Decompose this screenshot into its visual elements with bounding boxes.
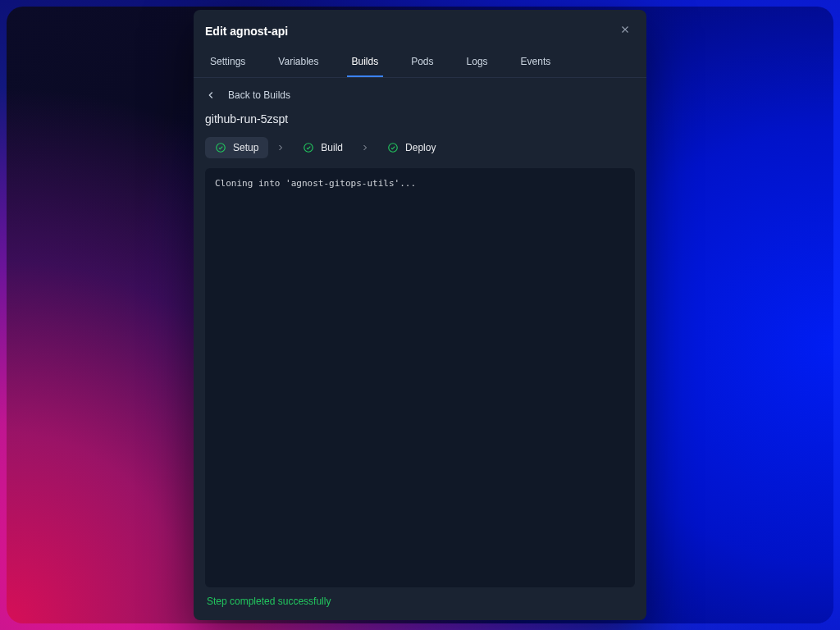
back-to-builds[interactable]: Back to Builds (205, 89, 635, 101)
arrow-left-icon (205, 89, 217, 101)
panel-title: Edit agnost-api (205, 25, 288, 38)
step-status: Step completed successfully (205, 587, 635, 609)
panel-body: Back to Builds github-run-5zspt Setup Bu… (194, 78, 646, 620)
stepper: Setup Build Deploy (205, 137, 635, 158)
tabs: Settings Variables Builds Pods Logs Even… (194, 49, 646, 78)
run-title: github-run-5zspt (205, 112, 635, 126)
step-label: Setup (233, 142, 258, 153)
back-label: Back to Builds (228, 89, 290, 101)
check-circle-icon (215, 142, 226, 153)
tab-settings[interactable]: Settings (205, 49, 250, 77)
check-circle-icon (387, 142, 399, 153)
check-circle-icon (303, 142, 314, 153)
close-button[interactable] (615, 21, 635, 41)
panel-header: Edit agnost-api (194, 10, 646, 49)
chevron-right-icon (359, 142, 371, 153)
svg-point-2 (389, 144, 398, 153)
edit-panel: Edit agnost-api Settings Variables Build… (194, 10, 646, 620)
close-icon (619, 24, 631, 39)
step-build[interactable]: Build (293, 137, 353, 158)
log-output[interactable]: Cloning into 'agnost-gitops-utils'... (205, 168, 635, 587)
step-setup[interactable]: Setup (205, 137, 268, 158)
tab-events[interactable]: Events (516, 49, 556, 77)
step-label: Build (321, 142, 343, 153)
step-label: Deploy (405, 142, 436, 153)
tab-builds[interactable]: Builds (347, 49, 384, 77)
svg-point-1 (304, 144, 313, 153)
svg-point-0 (217, 144, 226, 153)
chevron-right-icon (275, 142, 286, 153)
tab-logs[interactable]: Logs (462, 49, 493, 77)
tab-variables[interactable]: Variables (273, 49, 323, 77)
tab-pods[interactable]: Pods (406, 49, 438, 77)
step-deploy[interactable]: Deploy (377, 137, 445, 158)
